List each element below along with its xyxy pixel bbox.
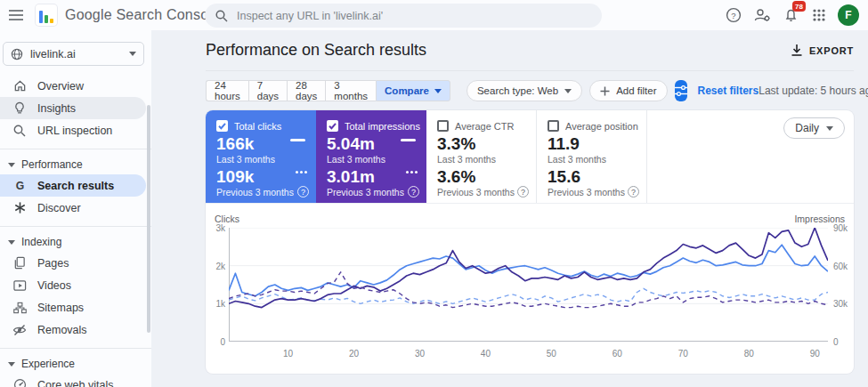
chart-line-impressions-previous-3-months — [229, 272, 828, 308]
video-icon — [12, 278, 27, 293]
property-selector[interactable]: livelink.ai — [3, 42, 144, 66]
left-axis-tick: 1k — [207, 299, 225, 309]
left-axis-tick: 3k — [207, 223, 225, 233]
x-axis-tick: 20 — [349, 349, 359, 359]
checkbox-unchecked-icon[interactable] — [548, 120, 559, 132]
chart-area: Clicks Impressions 3k2k1k090k60k30k01020… — [206, 204, 854, 374]
checkbox-unchecked-icon[interactable] — [437, 120, 449, 132]
checkbox-checked-icon[interactable] — [327, 120, 338, 132]
line-chart-plot[interactable] — [229, 228, 828, 342]
pages-icon — [12, 256, 27, 270]
last-update-text: Last update: 5 hours ago — [758, 85, 868, 97]
right-axis-tick: 90k — [833, 223, 848, 233]
sidebar-item-discover[interactable]: Discover — [0, 197, 146, 219]
compare-button[interactable]: Compare — [376, 80, 450, 101]
export-label: EXPORT — [809, 45, 854, 56]
left-axis-tick: 2k — [207, 262, 225, 271]
right-axis-tick: 0 — [833, 337, 839, 347]
left-axis-tick: 0 — [207, 337, 225, 347]
sidebar-item-search-results[interactable]: GSearch results — [0, 174, 146, 197]
property-globe-icon — [11, 48, 23, 60]
chart-line-clicks-last-3-months — [229, 245, 828, 296]
range-3-months[interactable]: 3 months — [325, 80, 376, 101]
top-app-bar: Google Search Console Inspect any URL in… — [0, 0, 868, 30]
sidebar: livelink.ai OverviewInsightsURL inspecti… — [0, 30, 151, 387]
sidebar-divider — [0, 348, 151, 349]
right-axis-tick: 60k — [833, 262, 848, 271]
x-axis-tick: 70 — [678, 349, 688, 359]
url-inspect-search-input[interactable]: Inspect any URL in 'livelink.ai' — [205, 4, 602, 28]
right-axis-tick: 30k — [833, 299, 848, 309]
x-axis-tick: 10 — [283, 349, 293, 359]
avatar[interactable]: F — [838, 4, 859, 26]
chevron-down-icon — [434, 89, 442, 93]
metric-tiles: Total clicks166kLast 3 months109kPreviou… — [206, 110, 854, 204]
help-icon[interactable]: ? — [297, 186, 309, 198]
x-axis-tick: 40 — [481, 349, 491, 359]
chevron-down-icon — [564, 89, 572, 93]
search-type-filter[interactable]: Search type: Web — [466, 80, 582, 101]
dotted-line-legend-mark — [296, 171, 307, 173]
sidebar-divider — [0, 226, 151, 227]
range-7-days[interactable]: 7 days — [248, 80, 287, 101]
svg-text:?: ? — [731, 11, 735, 20]
sidebar-item-core-web-vitals[interactable]: Core web vitals — [0, 374, 146, 387]
page-title: Performance on Search results — [206, 41, 426, 60]
metric-tile-average-ctr[interactable]: Average CTR3.3%Last 3 months3.6%Previous… — [426, 110, 537, 203]
hamburger-menu-icon[interactable] — [2, 1, 30, 29]
lightbulb-icon — [12, 101, 27, 116]
metric-tile-average-position[interactable]: Average position11.9Last 3 months15.6Pre… — [537, 110, 647, 203]
user-settings-icon[interactable] — [750, 4, 774, 27]
sidebar-section-indexing[interactable]: Indexing — [0, 232, 151, 252]
checkbox-checked-icon[interactable] — [216, 120, 228, 132]
dotted-line-legend-mark — [406, 171, 418, 173]
reset-filters-link[interactable]: Reset filters — [698, 85, 759, 97]
help-icon[interactable]: ? — [408, 186, 419, 198]
section-collapse-icon — [8, 240, 15, 245]
metric-tile-total-clicks[interactable]: Total clicks166kLast 3 months109kPreviou… — [206, 110, 316, 203]
chevron-down-icon — [826, 126, 833, 131]
export-button[interactable]: EXPORT — [791, 44, 854, 57]
help-icon[interactable]: ? — [628, 186, 639, 198]
sidebar-scrollbar[interactable] — [147, 105, 150, 333]
solid-line-legend-mark — [401, 139, 416, 141]
chevron-down-icon — [129, 52, 136, 56]
apps-grid-icon[interactable] — [807, 4, 831, 27]
metric-tile-total-impressions[interactable]: Total impressions5.04mLast 3 months3.01m… — [316, 110, 426, 203]
download-icon — [791, 44, 803, 57]
sidebar-divider — [0, 149, 151, 149]
header-actions: ? 78 F — [722, 0, 864, 30]
add-filter-button[interactable]: Add filter — [589, 80, 667, 101]
sliders-icon — [675, 85, 687, 96]
notifications-bell-icon[interactable]: 78 — [779, 4, 802, 27]
sitemap-icon — [12, 301, 27, 315]
sidebar-item-url-inspection[interactable]: URL inspection — [0, 119, 146, 141]
search-console-logo-icon — [36, 4, 57, 26]
svg-text:G: G — [15, 180, 23, 192]
granularity-dropdown[interactable]: Daily — [783, 117, 845, 139]
sidebar-item-removals[interactable]: Removals — [0, 318, 146, 341]
sidebar-section-performance[interactable]: Performance — [0, 155, 151, 174]
sidebar-item-overview[interactable]: Overview — [0, 75, 146, 97]
asterisk-icon — [12, 201, 27, 215]
help-icon[interactable]: ? — [517, 186, 529, 198]
sidebar-section-experience[interactable]: Experience — [0, 354, 151, 374]
range-24-hours[interactable]: 24 hours — [206, 80, 248, 101]
sidebar-item-pages[interactable]: Pages — [0, 252, 146, 274]
range-28-days[interactable]: 28 days — [287, 80, 325, 101]
notification-badge: 78 — [792, 1, 806, 12]
plus-icon — [600, 86, 610, 96]
sidebar-item-videos[interactable]: Videos — [0, 274, 146, 296]
chart-line-clicks-previous-3-months — [229, 288, 828, 303]
filter-settings-button[interactable] — [675, 80, 687, 101]
section-collapse-icon — [8, 362, 15, 367]
sidebar-item-insights[interactable]: Insights — [0, 97, 146, 119]
section-collapse-icon — [8, 163, 15, 167]
date-range-group: 24 hours 7 days 28 days 3 months Compare — [206, 80, 450, 101]
sidebar-item-sitemaps[interactable]: Sitemaps — [0, 296, 146, 318]
performance-card: Total clicks166kLast 3 months109kPreviou… — [206, 110, 854, 374]
help-icon[interactable]: ? — [722, 4, 745, 27]
eye-off-icon — [12, 323, 27, 337]
solid-line-legend-mark — [290, 139, 305, 141]
magnifier-icon — [12, 124, 27, 138]
